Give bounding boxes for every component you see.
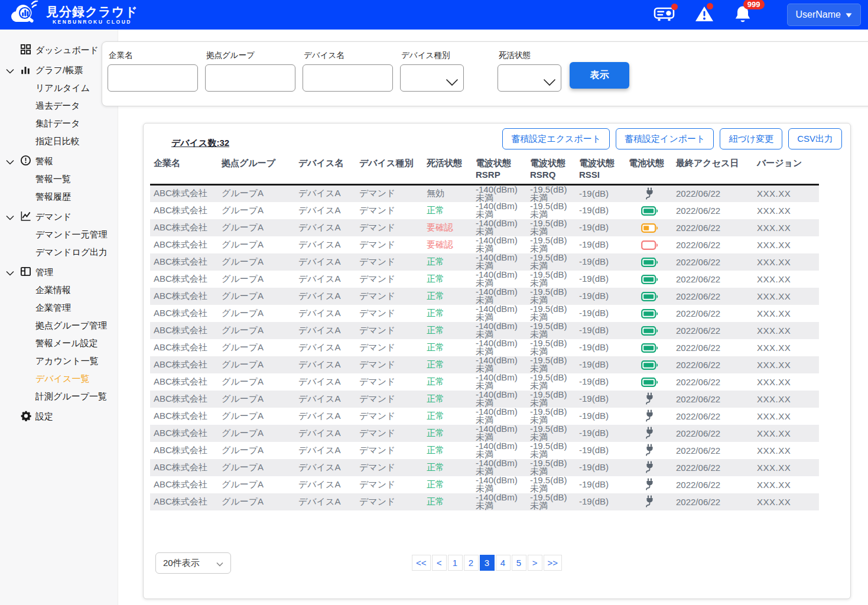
sidebar-item-alert-history[interactable]: 警報履歴 [0,188,118,206]
show-button[interactable]: 表示 [570,62,629,89]
alive-status-label: 死活状態 [499,50,561,61]
device-type-cell: デマンド [356,322,423,339]
site-group-cell: グループA [218,288,295,305]
device-type-select[interactable] [400,64,464,92]
sidebar-item-label: 集計データ [35,118,80,129]
status-cell: 正常 [423,425,472,442]
device-name-cell: デバイスA [295,476,356,493]
device-row[interactable]: ABC株式会社グループAデバイスAデマンド正常-140(dBm)未満-19.5(… [150,459,819,476]
link-change-button[interactable]: 紐づけ変更 [720,128,782,149]
sidebar-item-past-data[interactable]: 過去データ [0,97,118,115]
chevron-down-icon[interactable] [6,157,14,167]
device-row[interactable]: ABC株式会社グループAデバイスAデマンド正常-140(dBm)未満-19.5(… [150,202,819,219]
last-page-button[interactable]: >> [544,555,563,571]
company-name-label: 企業名 [109,50,198,61]
notifications-button[interactable]: 999 [734,5,752,25]
sidebar-item-demand[interactable]: デマンド [0,208,118,226]
device-name-cell: デバイスA [295,356,356,373]
csv-export-button[interactable]: CSV出力 [788,128,842,149]
sidebar-item-management[interactable]: 管理 [0,264,118,281]
sidebar-item-settings[interactable]: 設定 [0,408,118,425]
sidebar-item-demand-management[interactable]: デマンド一元管理 [0,226,118,243]
device-type-cell: デマンド [356,184,423,202]
app-logo[interactable]: 見分録クラウド KENBUNROKU CLOUD [8,1,138,29]
battery-cell [625,305,672,322]
site-group-cell: グループA [218,373,295,391]
next-page-button[interactable]: > [528,555,542,571]
company-name-input[interactable] [108,64,198,92]
first-page-button[interactable]: << [412,555,431,571]
device-type-cell: デマンド [356,476,423,493]
site-group-cell: グループA [218,236,295,253]
column-header: デバイス名 [295,156,356,184]
device-monitor-button[interactable] [654,6,675,24]
device-name-input[interactable] [303,64,393,92]
sidebar-item-date-compare[interactable]: 指定日比較 [0,132,118,150]
sidebar-item-account-list[interactable]: アカウント一覧 [0,352,118,370]
page-4-button[interactable]: 4 [496,555,511,571]
sidebar-item-demand-log[interactable]: デマンドログ出力 [0,243,118,261]
alive-status-select[interactable] [498,64,561,92]
device-row[interactable]: ABC株式会社グループAデバイスAデマンド正常-140(dBm)未満-19.5(… [150,373,819,391]
last-access-cell: 2022/06/22 [672,305,753,322]
grid-icon [20,44,31,57]
page-3-button[interactable]: 3 [480,555,495,571]
sidebar-item-label: デバイス一覧 [35,373,89,385]
warning-button[interactable] [695,5,714,24]
device-row[interactable]: ABC株式会社グループAデバイスAデマンド正常-140(dBm)未満-19.5(… [150,271,819,288]
sidebar-item-label: グラフ/帳票 [35,65,83,76]
device-row[interactable]: ABC株式会社グループAデバイスAデマンド正常-140(dBm)未満-19.5(… [150,253,819,271]
device-row[interactable]: ABC株式会社グループAデバイスAデマンド正常-140(dBm)未満-19.5(… [150,408,819,425]
page-1-button[interactable]: 1 [448,555,463,571]
chevron-down-icon[interactable] [6,212,14,222]
device-row[interactable]: ABC株式会社グループAデバイスAデマンド正常-140(dBm)未満-19.5(… [150,442,819,459]
sidebar-item-alert-list[interactable]: 警報一覧 [0,170,118,188]
version-cell: XXX.XX [753,493,819,510]
sidebar-item-company-info[interactable]: 企業情報 [0,281,118,299]
last-access-cell: 2022/06/22 [672,184,753,202]
site-group-input[interactable] [205,64,295,92]
device-row[interactable]: ABC株式会社グループAデバイスAデマンド要確認-140(dBm)未満-19.5… [150,236,819,253]
sidebar-item-site-group-management[interactable]: 拠点グループ管理 [0,317,118,334]
device-type-cell: デマンド [356,219,423,236]
page-2-button[interactable]: 2 [464,555,479,571]
sidebar-item-graph-report[interactable]: グラフ/帳票 [0,61,118,79]
battery-cell [625,202,672,219]
device-row[interactable]: ABC株式会社グループAデバイスAデマンド正常-140(dBm)未満-19.5(… [150,425,819,442]
storage-settings-export-button[interactable]: 蓄積設定エクスポート [502,128,610,149]
device-row[interactable]: ABC株式会社グループAデバイスAデマンド正常-140(dBm)未満-19.5(… [150,476,819,493]
device-row[interactable]: ABC株式会社グループAデバイスAデマンド正常-140(dBm)未満-19.5(… [150,356,819,373]
device-row[interactable]: ABC株式会社グループAデバイスAデマンド無効-140(dBm)未満-19.5(… [150,184,819,202]
sidebar-item-company-management[interactable]: 企業管理 [0,299,118,317]
sidebar-item-measurement-group-list[interactable]: 計測グループ一覧 [0,388,118,405]
sidebar-item-alert[interactable]: 警報 [0,152,118,170]
rsrp-cell: -140(dBm)未満 [472,493,526,510]
version-cell: XXX.XX [753,339,819,356]
user-menu-button[interactable]: UserName [787,4,861,26]
device-type-cell: デマンド [356,305,423,322]
rsrq-cell: -19.5(dB)未満 [526,236,576,253]
device-row[interactable]: ABC株式会社グループAデバイスAデマンド正常-140(dBm)未満-19.5(… [150,339,819,356]
storage-settings-import-button[interactable]: 蓄積設定インポート [616,128,714,149]
chevron-down-icon[interactable] [6,268,14,278]
sidebar-item-realtime[interactable]: リアルタイム [0,79,118,97]
rsrq-cell: -19.5(dB)未満 [526,305,576,322]
status-cell: 正常 [423,476,472,493]
sidebar-item-device-list[interactable]: デバイス一覧 [0,370,118,388]
company-cell: ABC株式会社 [150,184,218,202]
prev-page-button[interactable]: < [432,555,447,571]
device-row[interactable]: ABC株式会社グループAデバイスAデマンド正常-140(dBm)未満-19.5(… [150,322,819,339]
sidebar-item-alert-mail-settings[interactable]: 警報メール設定 [0,334,118,352]
device-row[interactable]: ABC株式会社グループAデバイスAデマンド正常-140(dBm)未満-19.5(… [150,288,819,305]
page-5-button[interactable]: 5 [512,555,526,571]
device-type-cell: デマンド [356,391,423,408]
sidebar-item-dashboard[interactable]: ダッシュボード [0,41,118,59]
device-row[interactable]: ABC株式会社グループAデバイスAデマンド正常-140(dBm)未満-19.5(… [150,305,819,322]
chevron-down-icon[interactable] [6,66,14,76]
sidebar-item-aggregate-data[interactable]: 集計データ [0,115,118,132]
device-row[interactable]: ABC株式会社グループAデバイスAデマンド要確認-140(dBm)未満-19.5… [150,219,819,236]
device-row[interactable]: ABC株式会社グループAデバイスAデマンド正常-140(dBm)未満-19.5(… [150,493,819,510]
version-cell: XXX.XX [753,476,819,493]
page-size-select[interactable]: 20件表示 [155,552,231,574]
device-row[interactable]: ABC株式会社グループAデバイスAデマンド正常-140(dBm)未満-19.5(… [150,391,819,408]
